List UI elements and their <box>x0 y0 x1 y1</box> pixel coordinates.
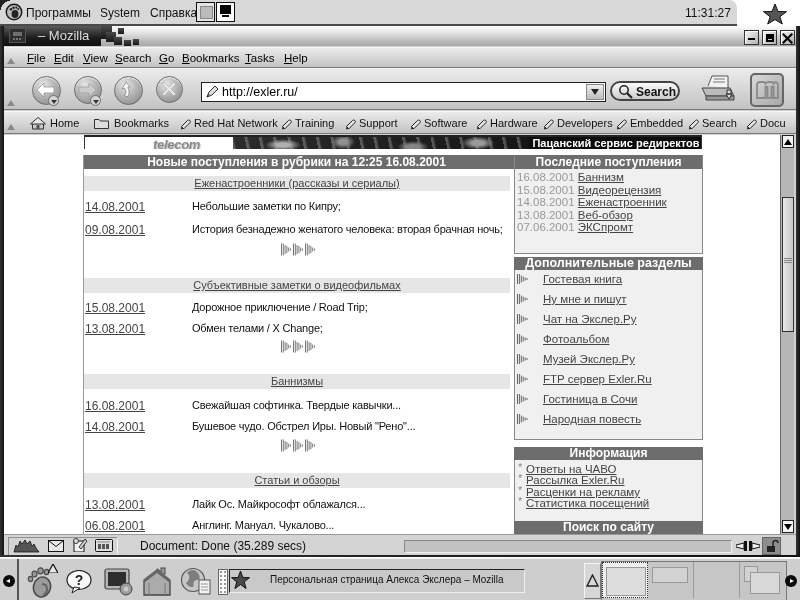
svg-text:?: ? <box>75 572 84 588</box>
